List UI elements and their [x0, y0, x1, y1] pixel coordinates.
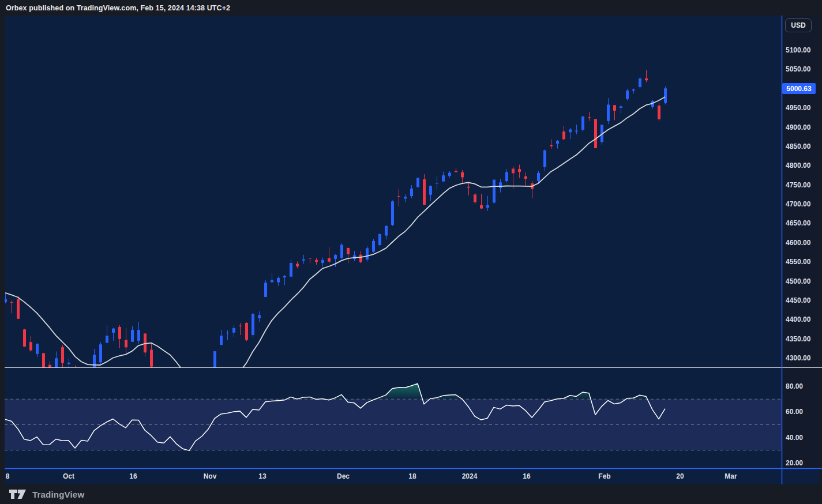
time-tick-label: Nov: [193, 472, 227, 481]
chart-canvas[interactable]: [0, 0, 822, 504]
price-tick-label: 4300.00: [786, 353, 810, 363]
time-tick-label: Dec: [326, 472, 361, 481]
price-tick-label: 4850.00: [786, 142, 810, 151]
price-tick-label: 4350.00: [786, 334, 810, 344]
price-tick-label: 4900.00: [786, 123, 810, 132]
time-tick-label: Feb: [587, 472, 622, 481]
time-tick-label: 18: [395, 472, 430, 481]
time-tick-label: Oct: [51, 472, 86, 481]
rsi-tick-label: 60.00: [786, 407, 803, 416]
price-tick-label: 4950.00: [786, 103, 810, 112]
time-tick-label: 16: [509, 472, 544, 481]
currency-toggle-button[interactable]: USD: [785, 18, 812, 32]
price-tick-label: 4450.00: [786, 296, 810, 305]
time-tick-label: 20: [663, 472, 697, 481]
rsi-tick-label: 80.00: [786, 382, 803, 391]
price-tick-label: 4600.00: [786, 238, 810, 247]
rsi-tick-label: 40.00: [786, 433, 803, 442]
tradingview-logo-icon[interactable]: [8, 488, 28, 501]
price-tick-label: 4400.00: [786, 315, 810, 324]
tradingview-published-chart: Orbex published on TradingView.com, Feb …: [0, 0, 822, 504]
price-tick-label: 5050.00: [786, 65, 810, 74]
time-tick-label: 2024: [452, 472, 487, 481]
price-tick-label: 5100.00: [786, 46, 810, 55]
price-tick-label: 4650.00: [786, 219, 810, 228]
footer-bar: TradingView: [0, 484, 822, 504]
price-tick-label: 4700.00: [786, 200, 810, 209]
rsi-tick-label: 20.00: [786, 458, 803, 468]
price-tick-label: 4550.00: [786, 257, 810, 266]
time-tick-label: Mar: [714, 472, 748, 481]
tradingview-brand-text[interactable]: TradingView: [32, 490, 84, 499]
last-price-badge: 5000.63: [782, 83, 816, 94]
price-tick-label: 4750.00: [786, 180, 810, 190]
time-tick-label: 16: [116, 472, 151, 481]
price-tick-label: 4800.00: [786, 161, 810, 170]
time-tick-label: 13: [245, 472, 280, 481]
time-tick-label: 8: [0, 472, 25, 481]
price-tick-label: 4500.00: [786, 277, 810, 286]
